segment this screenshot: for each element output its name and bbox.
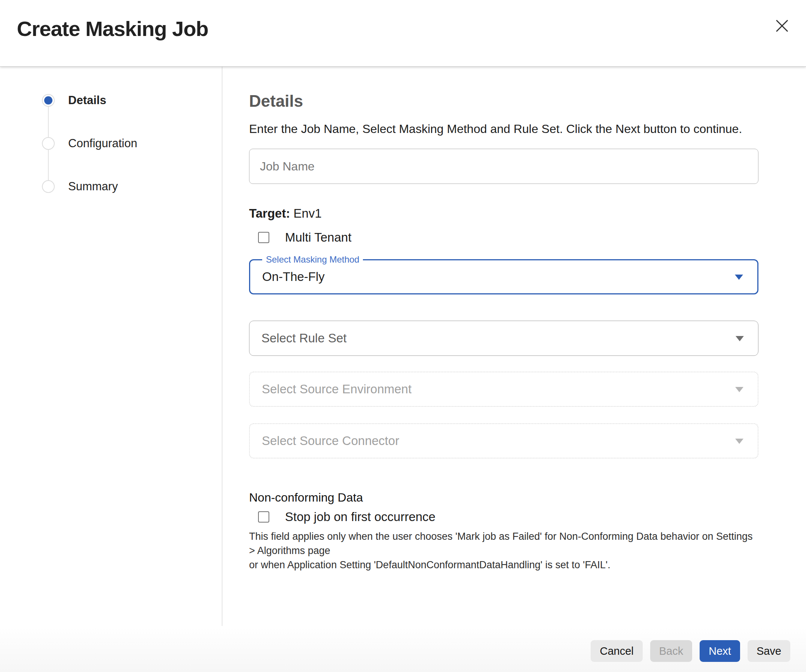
source-connector-select: Select Source Connector bbox=[249, 423, 758, 459]
multi-tenant-checkbox[interactable] bbox=[258, 232, 269, 243]
details-form: Details Enter the Job Name, Select Maski… bbox=[223, 67, 806, 626]
dialog-header: Create Masking Job bbox=[0, 0, 806, 67]
stepper: Details Configuration Summary bbox=[42, 94, 222, 193]
step-summary[interactable]: Summary bbox=[42, 180, 222, 193]
step-details[interactable]: Details bbox=[42, 94, 222, 107]
multi-tenant-row: Multi Tenant bbox=[249, 230, 758, 244]
page-title: Details bbox=[249, 93, 758, 109]
chevron-down-icon bbox=[735, 274, 743, 280]
non-conforming-heading: Non-conforming Data bbox=[249, 491, 758, 505]
stop-job-row: Stop job on first occurrence bbox=[249, 510, 758, 524]
close-button[interactable] bbox=[771, 16, 793, 37]
target-value: Env1 bbox=[294, 206, 322, 220]
chevron-down-icon bbox=[735, 387, 743, 392]
next-button[interactable]: Next bbox=[700, 640, 740, 662]
close-icon bbox=[775, 18, 789, 35]
dialog-body: Details Configuration Summary Details En… bbox=[0, 67, 806, 626]
step-summary-label: Summary bbox=[68, 180, 118, 193]
back-button[interactable]: Back bbox=[650, 640, 692, 662]
step-details-indicator-icon bbox=[42, 94, 55, 107]
dialog-title: Create Masking Job bbox=[17, 17, 208, 41]
stop-job-label: Stop job on first occurrence bbox=[285, 510, 436, 524]
save-button[interactable]: Save bbox=[748, 640, 790, 662]
target-label: Target: bbox=[249, 206, 290, 220]
dialog-footer: Cancel Back Next Save bbox=[0, 626, 806, 672]
source-environment-select: Select Source Environment bbox=[249, 371, 758, 407]
masking-method-select[interactable]: Select Masking Method On-The-Fly bbox=[249, 259, 758, 294]
masking-method-float-label: Select Masking Method bbox=[262, 254, 363, 265]
rule-set-select[interactable]: Select Rule Set bbox=[249, 320, 758, 356]
step-configuration-label: Configuration bbox=[68, 137, 137, 150]
non-conforming-helper-text: This field applies only when the user ch… bbox=[249, 529, 758, 572]
helper-line-1: This field applies only when the user ch… bbox=[249, 529, 758, 558]
stepper-sidebar: Details Configuration Summary bbox=[0, 67, 223, 626]
stop-job-checkbox[interactable] bbox=[258, 511, 269, 523]
cancel-button[interactable]: Cancel bbox=[591, 640, 642, 662]
masking-method-value: On-The-Fly bbox=[250, 270, 325, 284]
step-details-label: Details bbox=[68, 94, 106, 107]
chevron-down-icon bbox=[736, 336, 744, 341]
step-configuration-indicator-icon bbox=[42, 137, 55, 150]
helper-line-2: or when Application Setting 'DefaultNonC… bbox=[249, 558, 758, 572]
target-row: Target: Env1 bbox=[249, 206, 758, 221]
job-name-input[interactable] bbox=[249, 149, 758, 184]
rule-set-placeholder: Select Rule Set bbox=[249, 331, 347, 345]
source-connector-placeholder: Select Source Connector bbox=[250, 434, 399, 448]
source-environment-placeholder: Select Source Environment bbox=[250, 382, 411, 396]
step-summary-indicator-icon bbox=[42, 180, 55, 193]
page-description: Enter the Job Name, Select Masking Metho… bbox=[249, 121, 758, 136]
chevron-down-icon bbox=[735, 439, 743, 444]
multi-tenant-label: Multi Tenant bbox=[285, 230, 351, 244]
step-configuration[interactable]: Configuration bbox=[42, 137, 222, 150]
